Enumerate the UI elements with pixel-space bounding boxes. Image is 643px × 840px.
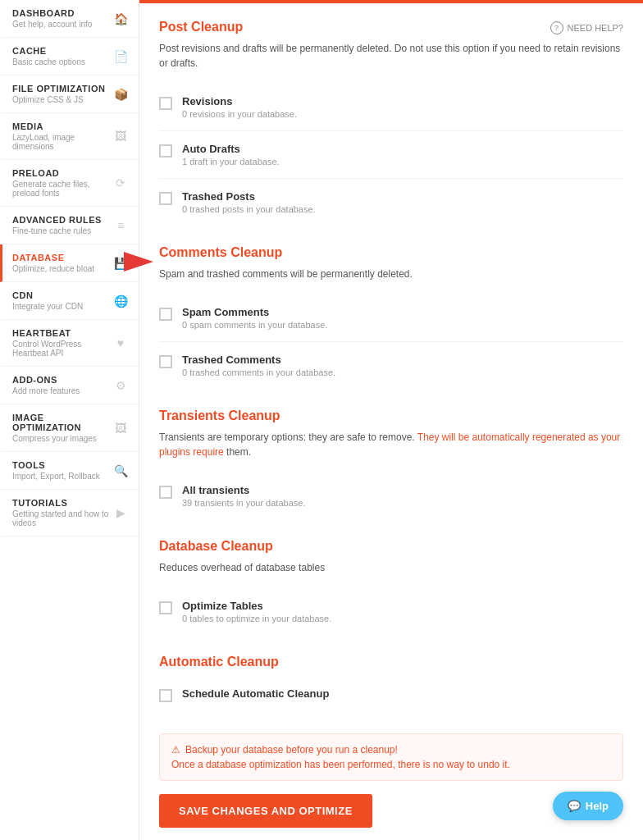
sidebar-icon-preload: ⟳ [112,175,129,191]
sidebar-item-title-tutorials: TUTORIALS [12,498,112,508]
help-button[interactable]: 💬 Help [553,792,623,820]
checkbox-sub: 0 revisions in your database. [182,109,297,119]
sidebar-item-title-advanced-rules: ADVANCED RULES [12,215,112,225]
automatic-cleanup-title: Automatic Cleanup [159,655,623,669]
checkbox[interactable] [159,689,172,702]
sidebar-item-sub-media: LazyLoad, image dimensions [12,133,112,151]
checkbox-label: Auto Drafts [182,143,280,155]
post-cleanup-items: Revisions 0 revisions in your database. … [159,84,623,226]
sidebar-item-cache[interactable]: CACHE Basic cache options 📄 [0,38,139,75]
sidebar-icon-heartbeat: ♥ [112,335,129,351]
sidebar-item-sub-cache: Basic cache options [12,57,112,66]
sidebar-item-sub-heartbeat: Control WordPress Heartbeat API [12,340,112,358]
checkbox-label: Trashed Comments [182,354,335,366]
warning-icon: ⚠ [171,744,180,756]
checkbox[interactable] [159,601,172,614]
sidebar-item-cdn[interactable]: CDN Integrate your CDN 🌐 [0,282,139,320]
sidebar-item-title-cdn: CDN [12,290,112,300]
sidebar-item-sub-tutorials: Getting started and how to videos [12,509,112,527]
sidebar-item-sub-dashboard: Get help, account info [12,20,112,29]
transients-cleanup-section: Transients Cleanup Transients are tempor… [159,409,623,519]
sidebar-item-sub-file-optimization: Optimize CSS & JS [12,95,112,104]
sidebar-item-sub-add-ons: Add more features [12,386,112,395]
automatic-cleanup-section: Automatic Cleanup Schedule Automatic Cle… [159,655,623,714]
post-cleanup-section: Post Cleanup ? NEED HELP? Post revisions… [159,20,623,226]
checkbox-sub: 0 tables to optimize in your database. [182,614,331,623]
checkbox-sub: 0 spam comments in your database. [182,320,327,330]
svg-marker-0 [124,252,153,272]
sidebar-icon-dashboard: 🏠 [112,11,129,27]
checkbox-sub: 1 draft in your database. [182,157,280,167]
database-cleanup-desc: Reduces overhead of database tables [159,560,623,575]
checkbox[interactable] [159,308,172,321]
warning-line-2: Once a database optimization has been pe… [171,759,611,770]
checkbox-label: Spam Comments [182,306,327,318]
checkbox-row: Auto Drafts 1 draft in your database. [159,131,623,179]
sidebar-item-add-ons[interactable]: ADD-ONS Add more features ⚙ [0,367,139,404]
need-help-button[interactable]: ? NEED HELP? [550,21,623,34]
checkbox-sub: 0 trashed comments in your database. [182,368,335,377]
sidebar-icon-advanced-rules: ≡ [112,217,129,234]
database-cleanup-section: Database Cleanup Reduces overhead of dat… [159,539,623,635]
checkbox-row: Schedule Automatic Cleanup [159,676,623,714]
checkbox-label: Schedule Automatic Cleanup [182,687,329,700]
sidebar-icon-image-optimization: 🖼 [112,420,129,436]
sidebar-item-advanced-rules[interactable]: ADVANCED RULES Fine-tune cache rules ≡ [0,207,139,244]
sidebar-item-dashboard[interactable]: DASHBOARD Get help, account info 🏠 [0,0,139,38]
main-content: Post Cleanup ? NEED HELP? Post revisions… [139,0,643,840]
sidebar-icon-tutorials: ▶ [112,504,129,521]
comments-cleanup-title: Comments Cleanup [159,245,623,260]
sidebar-item-database[interactable]: DATABASE Optimize, reduce bloat 💾 [0,244,139,282]
checkbox-row: Trashed Comments 0 trashed comments in y… [159,342,623,389]
checkbox-label: Trashed Posts [182,190,316,203]
sidebar-item-file-optimization[interactable]: FILE OPTIMIZATION Optimize CSS & JS 📦 [0,75,139,113]
save-button[interactable]: SAVE CHANGES AND OPTIMIZE [159,794,372,828]
sidebar-item-title-media: MEDIA [12,121,112,131]
post-cleanup-title: Post Cleanup [159,20,243,34]
sidebar-item-title-cache: CACHE [12,46,112,56]
comments-cleanup-desc: Spam and trashed comments will be perman… [159,267,623,281]
sidebar-item-title-file-optimization: FILE OPTIMIZATION [12,84,112,94]
checkbox-label: All transients [182,484,305,496]
automatic-cleanup-items: Schedule Automatic Cleanup [159,676,623,714]
sidebar-item-image-optimization[interactable]: IMAGE OPTIMIZATION Compress your images … [0,404,139,452]
sidebar-item-preload[interactable]: PRELOAD Generate cache files, preload fo… [0,160,139,207]
transients-cleanup-title: Transients Cleanup [159,409,623,423]
checkbox-row: Trashed Posts 0 trashed posts in your da… [159,179,623,226]
checkbox-sub: 39 transients in your database. [182,498,305,508]
comments-cleanup-section: Comments Cleanup Spam and trashed commen… [159,245,623,389]
database-cleanup-title: Database Cleanup [159,539,623,554]
checkbox[interactable] [159,97,172,110]
checkbox[interactable] [159,486,172,499]
checkbox-row: Revisions 0 revisions in your database. [159,84,623,131]
checkbox[interactable] [159,355,172,368]
help-icon: ? [550,21,563,34]
sidebar-item-sub-preload: Generate cache files, preload fonts [12,180,112,198]
sidebar: DASHBOARD Get help, account info 🏠 CACHE… [0,0,139,840]
warning-line-1: ⚠ Backup your database before you run a … [171,744,611,756]
sidebar-item-heartbeat[interactable]: HEARTBEAT Control WordPress Heartbeat AP… [0,320,139,367]
warning-box: ⚠ Backup your database before you run a … [159,733,623,781]
sidebar-item-title-database: DATABASE [12,253,112,262]
sidebar-item-sub-tools: Import, Export, Rollback [12,472,112,481]
checkbox[interactable] [159,144,172,158]
sidebar-item-title-dashboard: DASHBOARD [12,8,112,18]
sidebar-icon-cdn: 🌐 [112,293,129,309]
sidebar-item-title-add-ons: ADD-ONS [12,375,112,385]
database-cleanup-items: Optimize Tables 0 tables to optimize in … [159,588,623,635]
active-arrow-indicator [124,252,153,275]
checkbox-label: Revisions [182,95,297,107]
sidebar-item-sub-image-optimization: Compress your images [12,434,112,443]
sidebar-item-sub-cdn: Integrate your CDN [12,302,112,311]
checkbox[interactable] [159,192,172,205]
sidebar-item-tools[interactable]: TOOLS Import, Export, Rollback 🔍 [0,452,139,490]
sidebar-icon-media: 🖼 [112,128,129,144]
sidebar-item-sub-database: Optimize, reduce bloat [12,264,112,273]
sidebar-icon-tools: 🔍 [112,463,129,479]
top-bar [139,0,643,3]
sidebar-item-title-preload: PRELOAD [12,168,112,178]
checkbox-label: Optimize Tables [182,600,331,612]
sidebar-item-media[interactable]: MEDIA LazyLoad, image dimensions 🖼 [0,113,139,160]
sidebar-item-tutorials[interactable]: TUTORIALS Getting started and how to vid… [0,490,139,536]
post-cleanup-desc: Post revisions and drafts will be perman… [159,41,623,71]
